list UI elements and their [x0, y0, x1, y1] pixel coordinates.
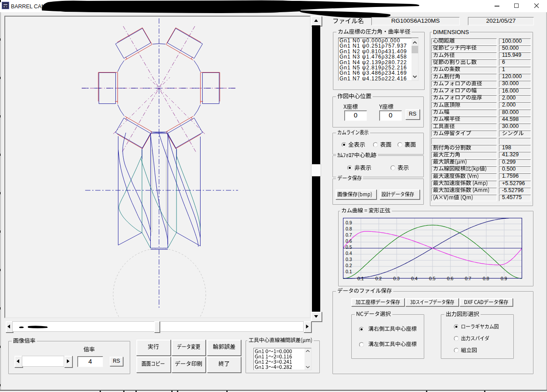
svg-text:0.9: 0.9	[501, 276, 507, 281]
svg-text:0.5: 0.5	[429, 276, 436, 281]
svg-text:0.4: 0.4	[411, 276, 418, 281]
svg-text:0.3: 0.3	[346, 257, 352, 262]
svg-text:0.6: 0.6	[447, 276, 454, 281]
svg-text:0.1: 0.1	[357, 276, 364, 281]
svg-text:0.2: 0.2	[346, 263, 352, 268]
svg-text:0.2: 0.2	[375, 276, 382, 281]
svg-text:0.3: 0.3	[393, 276, 400, 281]
svg-text:0.5: 0.5	[346, 244, 352, 250]
svg-text:0.1: 0.1	[346, 269, 352, 274]
svg-text:0.4: 0.4	[346, 251, 352, 256]
svg-text:0.7: 0.7	[346, 232, 352, 237]
svg-text:0.8: 0.8	[483, 276, 489, 281]
svg-text:0.9: 0.9	[346, 220, 352, 225]
svg-text:0.6: 0.6	[346, 238, 352, 244]
svg-text:0.8: 0.8	[346, 226, 352, 231]
svg-text:0.7: 0.7	[465, 276, 471, 281]
